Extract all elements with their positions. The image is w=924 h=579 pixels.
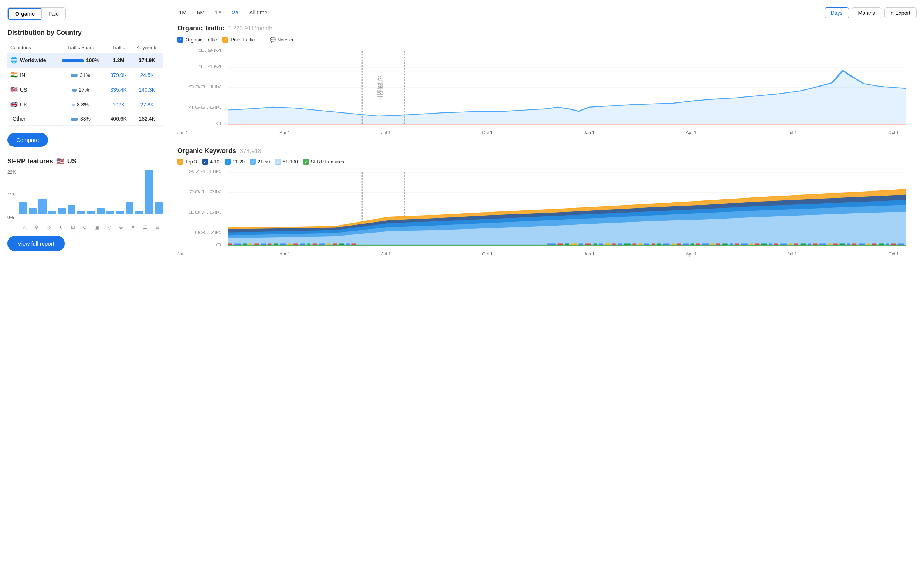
country-cell: 🇮🇳 IN [7, 68, 56, 82]
serp-icon: ◇ [43, 224, 54, 230]
serp-bar [155, 202, 163, 214]
months-view-button[interactable]: Months [852, 7, 882, 18]
traffic-chart-wrapper: 1.9M 1.4M 933.1K 466.6K 0 SERP features [177, 47, 917, 135]
country-name: US [20, 87, 27, 93]
notes-icon: 💬 [270, 37, 276, 43]
svg-rect-105 [898, 244, 904, 245]
traffic-link[interactable]: 379.9K [111, 72, 127, 78]
svg-rect-98 [852, 244, 856, 245]
traffic-link[interactable]: 102K [113, 102, 124, 108]
traffic-cell[interactable]: 102K [106, 97, 132, 112]
svg-rect-86 [774, 244, 778, 245]
x-label-jan1: Jan 1 [177, 130, 188, 135]
traffic-x-labels: Jan 1 Apr 1 Jul 1 Oct 1 Jan 1 Apr 1 Jul … [177, 130, 917, 135]
country-table: Countries Traffic Share Traffic Keywords… [7, 43, 163, 126]
time-tab-1y[interactable]: 1Y [214, 8, 223, 18]
traffic-share-cell: 8.3% [56, 97, 106, 112]
svg-rect-32 [228, 244, 232, 245]
top3-legend[interactable]: ✓ Top 3 [177, 159, 197, 165]
svg-rect-46 [319, 244, 325, 245]
svg-rect-65 [638, 244, 642, 245]
time-tab-alltime[interactable]: All time [248, 8, 269, 18]
svg-rect-43 [300, 244, 305, 245]
svg-rect-102 [878, 244, 884, 245]
kw-x-oct2: Oct 1 [888, 252, 899, 257]
serp-flag: 🇺🇸 [56, 157, 64, 165]
svg-rect-68 [657, 244, 661, 245]
serp-features-label: SERP Features [311, 159, 344, 165]
21-50-legend[interactable]: ✓ 21-50 [250, 159, 270, 165]
paid-traffic-legend[interactable]: ✓ Paid Traffic [222, 37, 255, 43]
table-row: 🇺🇸 US 27% 335.4K 140.3K [7, 82, 163, 97]
serp-chart: 22% 11% 0% [7, 170, 163, 221]
organic-tab[interactable]: Organic [8, 8, 42, 20]
export-label: Export [896, 10, 910, 16]
keywords-link[interactable]: 24.5K [140, 72, 154, 78]
traffic-chart-legend: ✓ Organic Traffic ✓ Paid Traffic 💬 Notes… [177, 36, 917, 43]
table-row: 🇮🇳 IN 31% 379.9K 24.5K [7, 68, 163, 82]
svg-rect-56 [579, 244, 583, 245]
organic-keywords-section: Organic Keywords 374,918 ✓ Top 3 ✓ 4-10 … [177, 147, 917, 257]
traffic-share-cell: 31% [56, 68, 106, 82]
table-row: 🌐 Worldwide 100% 1.2M 374.9K [7, 53, 163, 68]
serp-icon: ✕ [128, 224, 139, 230]
keywords-link[interactable]: 140.3K [139, 87, 155, 93]
flag: 🇬🇧 [10, 101, 18, 108]
11-20-legend[interactable]: ✓ 11-20 [225, 159, 245, 165]
country-cell: 🇬🇧 UK [7, 97, 56, 112]
11-20-checkbox: ✓ [225, 159, 231, 165]
organic-traffic-legend[interactable]: ✓ Organic Traffic [177, 37, 217, 43]
serp-features-legend[interactable]: ✓ SERP Features [303, 159, 344, 165]
serp-icon: ⊞ [152, 224, 163, 230]
traffic-link[interactable]: 335.4K [111, 87, 127, 93]
days-view-button[interactable]: Days [824, 7, 849, 18]
keywords-cell[interactable]: 140.3K [132, 82, 163, 97]
paid-tab[interactable]: Paid [42, 8, 65, 20]
serp-bar [116, 211, 124, 214]
serp-bar [97, 208, 104, 214]
svg-rect-33 [234, 244, 241, 245]
svg-rect-57 [585, 244, 591, 245]
serp-icon: ☰ [140, 224, 151, 230]
country-name: IN [20, 72, 25, 78]
svg-rect-64 [632, 244, 636, 245]
export-button[interactable]: ↑ Export [885, 7, 917, 18]
traffic-cell[interactable]: 335.4K [106, 82, 132, 97]
traffic-cell[interactable]: 379.9K [106, 68, 132, 82]
svg-rect-67 [651, 244, 655, 245]
serp-features-checkbox: ✓ [303, 159, 309, 165]
time-tab-6m[interactable]: 6M [196, 8, 206, 18]
svg-rect-60 [605, 244, 610, 245]
svg-rect-73 [691, 244, 694, 245]
traffic-chart-svg: 1.9M 1.4M 933.1K 466.6K 0 SERP features [177, 47, 917, 128]
4-10-legend[interactable]: ✓ 4-10 [202, 159, 220, 165]
svg-rect-81 [741, 244, 748, 245]
svg-rect-90 [800, 244, 806, 245]
svg-rect-92 [813, 244, 817, 245]
right-top-controls: 1M 6M 1Y 2Y All time Days Months ↑ Expor… [177, 7, 917, 18]
keywords-chart-svg: 374.9K 281.2K 187.5K 93.7K 0 [177, 168, 917, 250]
flag: 🇮🇳 [10, 71, 18, 79]
country-cell: 🌐 Worldwide [7, 53, 56, 68]
x-label-oct1: Oct 1 [482, 130, 493, 135]
notes-button[interactable]: 💬 Notes ▾ [270, 37, 294, 43]
svg-rect-104 [891, 244, 895, 245]
serp-icon: ⊡ [68, 224, 78, 230]
svg-text:933.1K: 933.1K [188, 85, 222, 90]
time-tab-2y[interactable]: 2Y [231, 8, 240, 18]
compare-button[interactable]: Compare [7, 133, 48, 147]
serp-y-labels: 22% 11% 0% [7, 170, 16, 221]
time-tab-1m[interactable]: 1M [177, 8, 188, 18]
keywords-link[interactable]: 27.8K [140, 102, 154, 108]
serp-bars-container [19, 170, 163, 214]
svg-rect-80 [735, 244, 739, 245]
keywords-cell[interactable]: 24.5K [132, 68, 163, 82]
organic-checkbox: ✓ [177, 37, 183, 43]
keywords-cell[interactable]: 27.8K [132, 97, 163, 112]
51-100-label: 51-100 [283, 159, 297, 165]
svg-rect-99 [859, 244, 865, 245]
view-full-report-button[interactable]: View full report [7, 236, 65, 251]
svg-rect-96 [839, 244, 844, 245]
51-100-legend[interactable]: ✓ 51-100 [275, 159, 297, 165]
svg-rect-63 [624, 244, 630, 245]
